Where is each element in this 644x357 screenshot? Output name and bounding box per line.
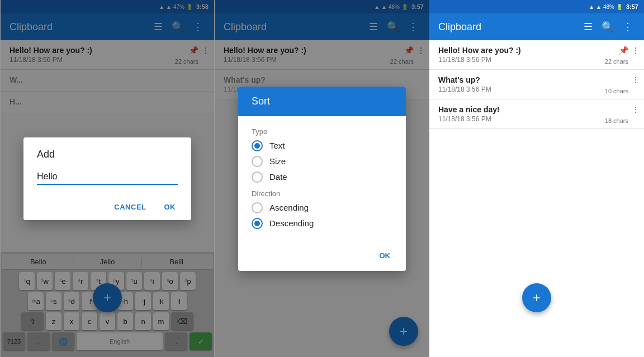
app-bar-3: Clipboard ☰ 🔍 ⋮ xyxy=(429,13,644,40)
phone-3: ▲ ▲ 48% 🔋 3:57 Clipboard ☰ 🔍 ⋮ Hello! Ho… xyxy=(429,0,644,357)
fab-3[interactable]: + xyxy=(522,283,551,312)
sort-radio-date xyxy=(252,172,263,183)
sort-overlay: Sort Type Text Size Date Direction xyxy=(215,0,429,357)
phone-2: ▲ ▲ 48% 🔋 3:57 Clipboard ☰ 🔍 ⋮ Hello! Ho… xyxy=(215,0,429,357)
sort-dialog: Sort Type Text Size Date Direction xyxy=(238,87,406,271)
status-icons-3: ▲ ▲ 48% 🔋 xyxy=(589,4,623,10)
sort-type-date[interactable]: Date xyxy=(252,172,392,183)
list-item-right-3-2: ⋮ xyxy=(632,75,640,84)
more-icon-3-3[interactable]: ⋮ xyxy=(632,105,640,114)
sort-radio-size xyxy=(252,156,263,167)
list-item-3-2[interactable]: What's up? 11/18/18 3:56 PM ⋮ 10 chars xyxy=(429,70,644,99)
sort-direction-label: Direction xyxy=(252,189,392,198)
list-item-title-3-1: Hello! How are you? :) xyxy=(438,46,635,55)
sort-type-text[interactable]: Text xyxy=(252,140,392,151)
more-icon-3-1[interactable]: ⋮ xyxy=(632,46,640,55)
list-item-3-3[interactable]: Have a nice day! 11/18/18 3:56 PM ⋮ 18 c… xyxy=(429,99,644,129)
sort-type-date-label: Date xyxy=(269,172,287,182)
list-item-title-3-3: Have a nice day! xyxy=(438,105,635,114)
add-dialog-input[interactable] xyxy=(37,169,178,185)
dialog-overlay-1: Add CANCEL OK xyxy=(1,0,214,357)
time-3: 3:57 xyxy=(626,3,638,10)
sort-type-label: Type xyxy=(252,127,392,136)
phone-1: ▲ ▲ 47% 🔋 3:58 Clipboard ☰ 🔍 ⋮ Hello! Ho… xyxy=(0,0,215,357)
sort-type-size-label: Size xyxy=(269,156,286,166)
signal-icon-3: ▲ xyxy=(596,4,602,10)
add-dialog: Add CANCEL OK xyxy=(23,137,191,220)
wifi-icon-3: ▲ xyxy=(589,4,594,10)
sort-dir-descending[interactable]: Descending xyxy=(252,218,392,229)
sort-dir-ascending[interactable]: Ascending xyxy=(252,202,392,213)
add-dialog-title: Add xyxy=(23,137,191,165)
search-icon-3[interactable]: 🔍 xyxy=(599,18,616,35)
list-item-right-3-1: 📌 ⋮ xyxy=(619,46,640,55)
sort-dialog-title: Sort xyxy=(238,87,406,116)
sort-dir-ascending-label: Ascending xyxy=(269,203,309,212)
sort-radio-descending xyxy=(252,218,263,229)
app-title-3: Clipboard xyxy=(438,21,577,33)
list-item-right-3-3: ⋮ xyxy=(632,105,640,114)
list-item-title-3-2: What's up? xyxy=(438,75,635,84)
sort-dir-descending-label: Descending xyxy=(269,218,314,228)
sort-dialog-content: Type Text Size Date Direction xyxy=(238,116,406,242)
sort-ok-button[interactable]: OK xyxy=(373,247,397,264)
sort-dialog-actions: OK xyxy=(238,242,406,271)
list-item-3-1[interactable]: Hello! How are you? :) 11/18/18 3:56 PM … xyxy=(429,40,644,70)
sort-radio-text xyxy=(252,140,263,151)
more-icon-3-2[interactable]: ⋮ xyxy=(632,75,640,84)
battery-text-3: 48% xyxy=(603,4,614,10)
pin-icon-3-1: 📌 xyxy=(619,46,628,55)
more-icon-3[interactable]: ⋮ xyxy=(621,18,635,35)
cancel-button[interactable]: CANCEL xyxy=(107,198,153,216)
sort-radio-ascending xyxy=(252,202,263,213)
battery-icon-3: 🔋 xyxy=(616,4,623,10)
ok-button[interactable]: OK xyxy=(158,198,183,216)
chars-badge-3-3: 18 chars xyxy=(605,117,628,124)
add-dialog-content xyxy=(23,165,191,194)
chars-badge-3-1: 22 chars xyxy=(605,58,628,65)
chars-badge-3-2: 10 chars xyxy=(605,88,628,94)
status-bar-3: ▲ ▲ 48% 🔋 3:57 xyxy=(429,0,644,13)
filter-icon-3[interactable]: ☰ xyxy=(581,18,595,35)
sort-type-size[interactable]: Size xyxy=(252,156,392,167)
add-dialog-actions: CANCEL OK xyxy=(23,194,191,220)
sort-type-text-label: Text xyxy=(269,141,285,150)
